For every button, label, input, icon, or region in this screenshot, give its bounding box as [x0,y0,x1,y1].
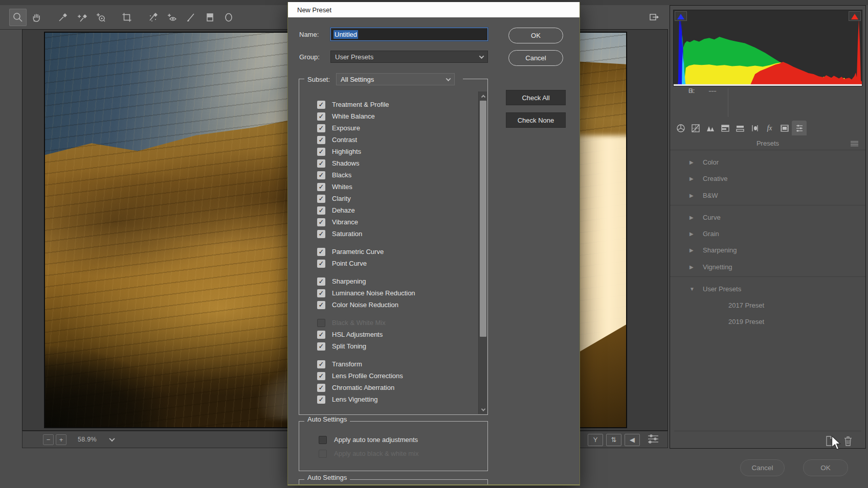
setting-checkbox-row[interactable]: ✓ Sharpening [300,275,478,287]
subset-dropdown[interactable]: All Settings [336,73,455,85]
hand-tool-icon[interactable] [28,9,46,26]
red-eye-tool-icon[interactable] [163,9,181,26]
tab-detail[interactable] [703,121,718,135]
copy-settings-button[interactable]: ◀ [625,434,640,446]
tab-camera-calibration[interactable] [777,121,792,135]
auto-setting-row[interactable]: Apply auto black & white mix [319,447,487,460]
tab-presets[interactable] [792,121,807,135]
preset-group-row[interactable]: ▶ Creative [670,170,865,187]
checkbox-icon[interactable]: ✓ [317,230,325,238]
graduated-filter-tool-icon[interactable] [201,9,218,26]
checkbox-icon[interactable]: ✓ [317,101,325,109]
checkbox-icon[interactable]: ✓ [317,171,325,179]
setting-checkbox-row[interactable]: ✓ White Balance [300,110,478,122]
setting-checkbox-row[interactable]: ✓ Lens Profile Corrections [300,370,478,382]
dialog-ok-button[interactable]: OK [508,28,563,43]
setting-checkbox-row[interactable]: ✓ Contrast [300,134,478,146]
zoom-tool-icon[interactable] [9,9,27,26]
checkbox-icon[interactable]: ✓ [317,372,325,380]
checkbox-icon[interactable]: ✓ [317,218,325,226]
app-ok-button[interactable]: OK [803,459,848,476]
setting-checkbox-row[interactable]: ✓ Blacks [300,169,478,181]
spot-removal-tool-icon[interactable] [144,9,162,26]
setting-checkbox-row[interactable]: ✓ Split Toning [300,340,478,352]
setting-checkbox-row[interactable]: ✓ Luminance Noise Reduction [300,287,478,299]
tab-effects[interactable]: fx [762,121,777,135]
panel-menu-icon[interactable] [851,141,858,147]
preset-group-row[interactable]: 2019 Preset [670,313,865,330]
checkbox-icon[interactable]: ✓ [317,124,325,132]
setting-checkbox-row[interactable]: ✓ Parametric Curve [300,246,478,258]
tab-basic[interactable] [673,121,688,135]
crop-tool-icon[interactable] [118,9,136,26]
preset-group-row[interactable]: ▶ Grain [670,225,865,242]
preset-group-row[interactable]: ▶ B&W [670,187,865,205]
adjustment-brush-tool-icon[interactable] [182,9,199,26]
color-sampler-tool-icon[interactable] [73,9,91,26]
setting-checkbox-row[interactable]: ✓ HSL Adjustments [300,329,478,340]
zoom-in-button[interactable]: + [56,434,66,445]
checkbox-icon[interactable]: ✓ [317,289,325,297]
checkbox-icon[interactable]: ✓ [317,183,325,191]
targeted-adjustment-tool-icon[interactable] [92,9,109,26]
zoom-out-button[interactable]: − [43,434,54,445]
preset-group-row[interactable]: ▶ Vignetting [670,258,865,277]
checkbox-icon[interactable] [319,450,327,458]
checkbox-icon[interactable]: ✓ [317,360,325,368]
checkbox-icon[interactable] [317,319,325,327]
setting-checkbox-row[interactable]: ✓ Point Curve [300,258,478,269]
before-after-view-button[interactable]: Y [588,434,603,446]
trash-icon[interactable] [843,435,853,448]
shadow-clipping-indicator[interactable] [675,11,687,21]
setting-checkbox-row[interactable]: ✓ Shadows [300,157,478,169]
preset-group-row[interactable]: ▶ Sharpening [670,242,865,258]
preset-group-row[interactable]: ▶ Curve [670,209,865,225]
setting-checkbox-row[interactable]: ✓ Vibrance [300,216,478,228]
setting-checkbox-row[interactable]: ✓ Clarity [300,193,478,204]
checkbox-icon[interactable]: ✓ [317,301,325,309]
preset-group-row[interactable]: ▶ Color [670,154,865,170]
setting-checkbox-row[interactable]: ✓ Transform [300,358,478,370]
setting-checkbox-row[interactable]: ✓ Lens Vignetting [300,393,478,405]
radial-filter-tool-icon[interactable] [220,9,237,26]
checkbox-icon[interactable]: ✓ [317,384,325,392]
checkbox-icon[interactable]: ✓ [317,396,325,404]
checkbox-icon[interactable]: ✓ [317,148,325,156]
preset-group-row[interactable]: ▼ User Presets [670,281,865,297]
setting-checkbox-row[interactable]: ✓ Saturation [300,228,478,240]
checkbox-icon[interactable]: ✓ [317,260,325,268]
highlight-clipping-indicator[interactable] [849,11,861,21]
app-cancel-button[interactable]: Cancel [740,459,785,476]
tab-tone-curve[interactable] [688,121,703,135]
checkbox-icon[interactable]: ✓ [317,159,325,168]
setting-checkbox-row[interactable]: ✓ Color Noise Reduction [300,299,478,311]
scroll-up-icon[interactable] [479,91,487,100]
white-balance-tool-icon[interactable] [54,9,72,26]
checkbox-icon[interactable]: ✓ [317,331,325,339]
scrollbar-thumb[interactable] [480,101,486,337]
setting-checkbox-row[interactable]: ✓ Whites [300,181,478,193]
checkbox-icon[interactable]: ✓ [317,136,325,144]
checkbox-icon[interactable]: ✓ [317,206,325,215]
dialog-cancel-button[interactable]: Cancel [508,50,563,66]
setting-checkbox-row[interactable]: ✓ Dehaze [300,204,478,216]
swap-before-after-button[interactable]: ⇅ [606,434,621,446]
setting-checkbox-row[interactable]: Black & White Mix [300,317,478,329]
check-all-button[interactable]: Check All [506,90,566,105]
checkbox-icon[interactable]: ✓ [317,195,325,203]
checkbox-icon[interactable]: ✓ [317,342,325,351]
setting-checkbox-row[interactable]: ✓ Highlights [300,146,478,157]
settings-scrollbar[interactable] [478,91,487,414]
auto-setting-row[interactable]: Apply auto tone adjustments [319,433,487,447]
tab-lens-corrections[interactable] [747,121,762,135]
toggle-fullscreen-icon[interactable] [646,10,663,27]
setting-checkbox-row[interactable]: ✓ Chromatic Aberration [300,382,478,393]
preset-group-row[interactable]: 2017 Preset [670,297,865,313]
zoom-level-dropdown[interactable] [105,434,119,445]
tab-hsl-adjustments[interactable] [718,121,732,135]
preset-name-input[interactable]: Untitled [330,28,488,41]
preview-preferences-icon[interactable] [646,433,660,446]
group-dropdown[interactable]: User Presets [330,51,488,63]
checkbox-icon[interactable]: ✓ [317,112,325,121]
checkbox-icon[interactable] [319,436,327,444]
